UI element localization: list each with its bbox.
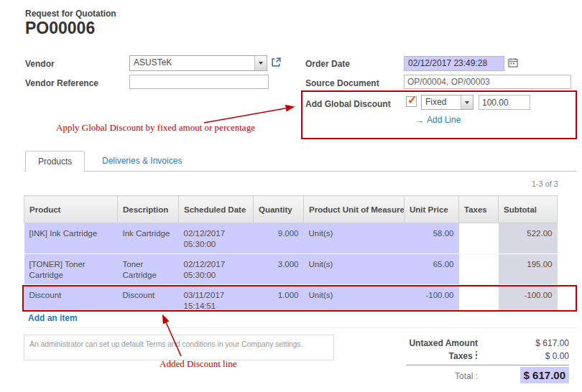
col-header-unit-price[interactable]: Unit Price: [405, 196, 459, 223]
cell-product[interactable]: Discount: [24, 285, 118, 312]
total-value: $ 617.00: [520, 367, 569, 383]
add-line-link[interactable]: Add Line: [415, 113, 461, 126]
rfq-page: Request for Quotation PO00006 Vendor ASU…: [0, 0, 582, 392]
cell-quantity[interactable]: 9.000: [254, 223, 304, 254]
discount-type-value: Fixed: [422, 95, 461, 109]
total-label: Total :: [406, 371, 478, 381]
table-row[interactable]: [INK] Ink Cartridge Ink Cartridge 02/12/…: [24, 223, 558, 254]
add-line-label: Add Line: [427, 115, 461, 125]
chevron-down-icon[interactable]: [254, 56, 267, 70]
table-header-row: Product Description Scheduled Date Quant…: [24, 196, 558, 223]
vendor-select[interactable]: ASUSTeK: [129, 55, 267, 71]
col-header-description[interactable]: Description: [118, 196, 179, 223]
external-link-icon[interactable]: [271, 57, 282, 67]
col-header-subtotal[interactable]: Subtotal: [499, 196, 558, 223]
col-header-quantity[interactable]: Quantity: [254, 196, 304, 223]
table-row-discount[interactable]: Discount Discount 03/11/2017 15:14:51 1.…: [24, 285, 558, 312]
totals-divider: [406, 365, 569, 365]
cell-quantity[interactable]: 3.000: [254, 254, 304, 285]
discount-amount-input[interactable]: [479, 95, 530, 110]
source-document-label: Source Document: [305, 78, 379, 88]
cell-unit-price[interactable]: -100.00: [405, 285, 459, 312]
tab-deliveries-invoices[interactable]: Deliveries & Invoices: [90, 151, 194, 172]
taxes-value: $ 0.00: [479, 351, 569, 361]
col-header-taxes[interactable]: Taxes: [459, 196, 499, 223]
cell-uom[interactable]: Unit(s): [304, 285, 405, 312]
cell-taxes[interactable]: [459, 285, 499, 312]
total-value-wrap: $ 617.00: [501, 367, 569, 383]
footer-divider: [24, 327, 577, 328]
discount-type-select[interactable]: Fixed: [421, 95, 474, 110]
cell-subtotal[interactable]: -100.00: [499, 285, 558, 312]
vendor-reference-label: Vendor Reference: [25, 78, 98, 88]
untaxed-amount-value: $ 617.00: [479, 338, 569, 348]
cell-uom[interactable]: Unit(s): [304, 223, 405, 254]
cell-description[interactable]: Ink Cartridge: [118, 223, 179, 254]
global-discount-label: Add Global Discount: [305, 99, 391, 109]
page-title: PO00006: [25, 19, 95, 38]
calendar-icon[interactable]: [508, 57, 518, 67]
cell-scheduled-date[interactable]: 03/11/2017 15:14:51: [179, 285, 254, 312]
add-line-arrow-icon: [415, 113, 424, 126]
tab-products[interactable]: Products: [25, 151, 85, 172]
terms-notes-area[interactable]: An administrator can set up default Term…: [24, 335, 334, 360]
order-date-label: Order Date: [305, 59, 350, 69]
cell-quantity[interactable]: 1.000: [254, 285, 304, 312]
cell-product[interactable]: [INK] Ink Cartridge: [24, 223, 118, 254]
order-date-field[interactable]: 02/12/2017 23:49:28: [404, 56, 504, 71]
cell-description[interactable]: Discount: [118, 285, 179, 312]
cell-subtotal[interactable]: 195.00: [499, 254, 558, 285]
cell-scheduled-date[interactable]: 02/12/2017 05:30:00: [179, 254, 254, 285]
annotation-global-discount-note: Apply Global Discount by fixed amout or …: [56, 122, 255, 134]
global-discount-checkbox[interactable]: [406, 96, 417, 107]
cell-subtotal[interactable]: 522.00: [499, 223, 558, 254]
source-document-input[interactable]: [404, 75, 571, 89]
order-lines-table: Product Description Scheduled Date Quant…: [24, 195, 558, 312]
add-an-item-link[interactable]: Add an item: [28, 313, 78, 323]
notebook-tab-bar: Products Deliveries & Invoices: [24, 151, 577, 172]
col-header-product[interactable]: Product: [24, 196, 118, 223]
cell-uom[interactable]: Unit(s): [304, 254, 405, 285]
vendor-label: Vendor: [25, 59, 55, 69]
col-header-uom[interactable]: Product Unit of Measure: [304, 196, 405, 223]
table-row[interactable]: [TONER] Toner Cartridge Toner Cartridge …: [24, 254, 558, 285]
taxes-label: Taxes :: [406, 351, 478, 361]
cell-unit-price[interactable]: 58.00: [405, 223, 459, 254]
vendor-reference-input[interactable]: [129, 75, 269, 89]
cell-scheduled-date[interactable]: 02/12/2017 05:30:00: [179, 223, 254, 254]
cell-unit-price[interactable]: 65.00: [405, 254, 459, 285]
cell-taxes[interactable]: [459, 223, 499, 254]
col-header-scheduled-date[interactable]: Scheduled Date: [179, 196, 254, 223]
cell-taxes[interactable]: [459, 254, 499, 285]
vendor-select-value: ASUSTeK: [130, 56, 254, 70]
chevron-down-icon[interactable]: [461, 95, 473, 109]
cell-description[interactable]: Toner Cartridge: [118, 254, 179, 285]
cell-product[interactable]: [TONER] Toner Cartridge: [24, 254, 118, 285]
annotation-discount-line-note: Added Discount line: [160, 358, 237, 370]
doc-type-label: Request for Quotation: [25, 9, 116, 19]
pager: 1-3 of 3: [532, 179, 558, 188]
